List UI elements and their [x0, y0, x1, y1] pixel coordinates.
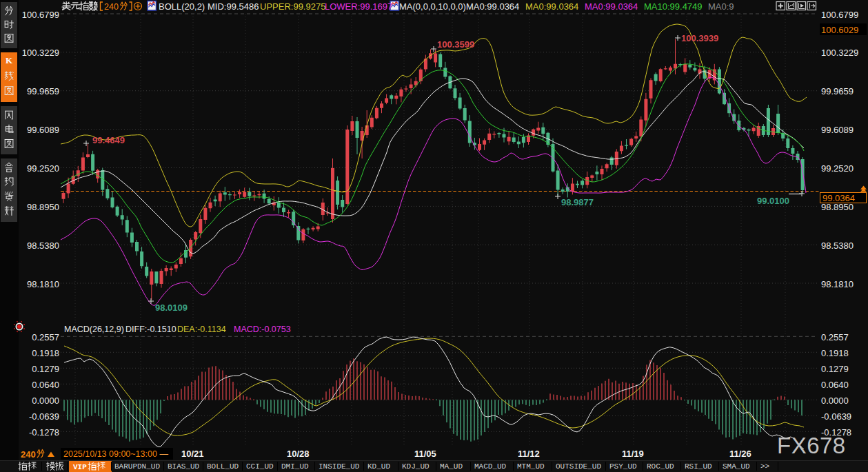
svg-text:VIP: VIP — [73, 463, 87, 471]
